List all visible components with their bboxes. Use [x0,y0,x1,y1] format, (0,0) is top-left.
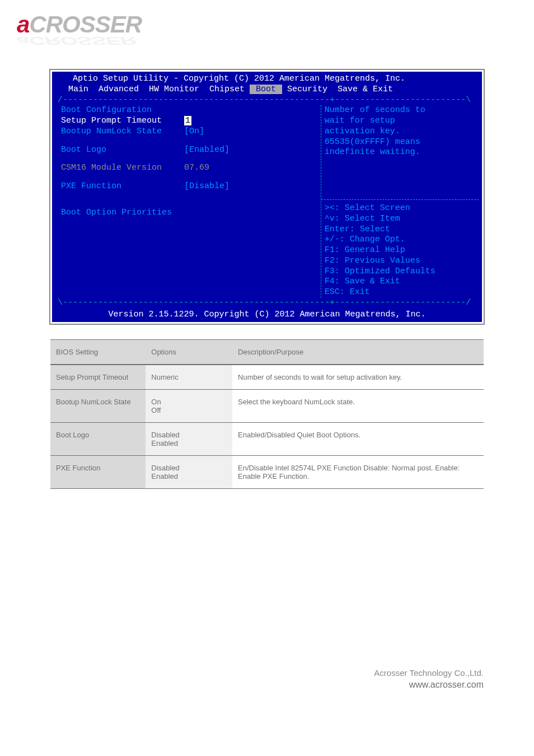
bootlogo-value[interactable]: [Enabled] [184,145,321,156]
pxe-value[interactable]: [Disable] [184,181,321,192]
logo: aCROSSER aCROSSER [0,0,534,53]
settings-table: BIOS Setting Options Description/Purpose… [50,339,484,489]
bios-help-pane: Number of seconds to wait for setup acti… [321,105,476,298]
logo-first-letter: a [17,11,29,38]
numlock-value[interactable]: [On] [184,127,321,137]
csm-label: CSM16 Module Version [61,163,184,174]
boot-priorities-heading: Boot Option Priorities [61,208,172,218]
tab-boot: Boot [250,85,282,94]
csm-value: 07.69 [184,163,321,174]
bios-screenshot: Aptio Setup Utility - Copyright (C) 2012… [50,70,484,324]
bios-left-pane: Boot Configuration Setup Prompt Timeout … [58,105,321,298]
bootlogo-label: Boot Logo [61,145,184,156]
footer-company: Acrosser Technology Co.,Ltd. [0,668,484,678]
numlock-label: Bootup NumLock State [61,127,184,137]
table-row: Setup Prompt Timeout Numeric Number of s… [50,365,484,390]
table-row: Bootup NumLock State On Off Select the k… [50,390,484,423]
bios-title: Aptio Setup Utility - Copyright (C) 2012… [52,72,482,85]
table-row: PXE Function Disabled Enabled En/Disable… [50,456,484,489]
page-footer: Acrosser Technology Co.,Ltd. www.acrosse… [0,657,534,707]
setup-prompt-value[interactable]: 1 [184,116,191,125]
table-col-desc: Description/Purpose [232,340,484,365]
bios-tabs: Main Advanced HW Monitor Chipset Boot Se… [52,85,482,95]
boot-config-heading: Boot Configuration [61,105,184,116]
table-row: Boot Logo Disabled Enabled Enabled/Disab… [50,423,484,456]
pxe-label: PXE Function [61,181,184,192]
setup-prompt-label: Setup Prompt Timeout [61,116,184,127]
footer-url: www.acrosser.com [0,680,484,690]
table-col-options: Options [146,340,232,365]
logo-rest: CROSSER [29,11,142,38]
bios-version: Version 2.15.1229. Copyright (C) 2012 Am… [52,309,482,323]
table-col-setting: BIOS Setting [50,340,146,365]
